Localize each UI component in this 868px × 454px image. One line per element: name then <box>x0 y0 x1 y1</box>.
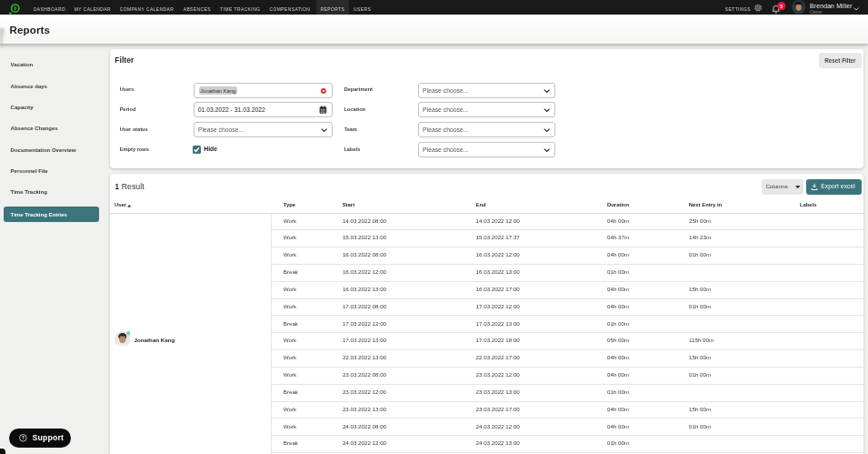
svg-text:?: ? <box>22 436 25 440</box>
svg-text:5: 5 <box>780 3 783 8</box>
